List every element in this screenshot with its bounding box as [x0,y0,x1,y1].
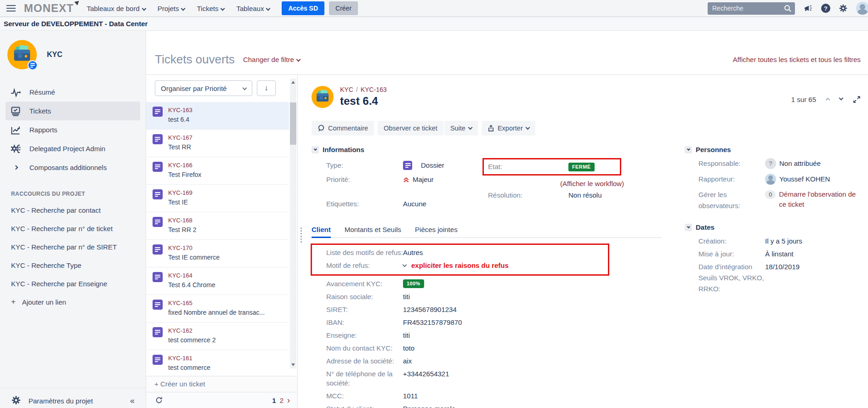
ticket-list: KYC-163 test 6.4 KYC-167 Test RR [146,102,289,376]
more-actions-button[interactable]: Suite [444,121,478,136]
watch-ticket-button[interactable]: Observer ce ticket [378,121,443,136]
project-shortcut-link[interactable]: KYC - Recherche par n° de ticket [0,219,146,238]
ticket-list-item[interactable]: KYC-170 Test IE commerce [146,240,289,267]
page-current[interactable]: 1 [272,397,276,404]
top-nav-item[interactable]: Tableaux de bord [87,5,146,12]
ticket-key[interactable]: KYC-165 [168,300,265,307]
field-enseigne: Enseigne: titi [326,331,685,340]
scrollbar-thumb[interactable] [290,102,296,145]
issue-type-icon [153,107,163,117]
gear-icon[interactable] [839,4,848,13]
issue-avatar [312,86,334,108]
tab-pieces-jointes[interactable]: Pièces jointes [415,223,458,237]
sidebar-item-resume[interactable]: Résumé [6,83,140,102]
field-type: Type: Dossier [326,158,488,172]
project-type-badge [28,60,38,70]
page-next[interactable]: 2 [280,397,284,404]
sidebar-item-delegated-admin[interactable]: Delegated Project Admin [6,139,140,158]
create-button[interactable]: Créer [329,1,358,15]
monext-logo[interactable]: MONEXT [24,2,74,15]
chevron-down-icon [468,125,472,130]
expand-icon[interactable] [853,96,861,103]
top-nav-item[interactable]: Tickets [197,5,224,12]
ticket-key[interactable]: KYC-167 [168,134,193,142]
chevron-down-icon[interactable] [403,261,406,270]
project-avatar[interactable] [7,40,37,69]
collapse-section-icon[interactable] [685,146,692,153]
ticket-list-item[interactable]: KYC-162 test commerce 2 [146,323,289,350]
breadcrumb-project-link[interactable]: KYC [340,86,353,93]
start-watching-link[interactable]: Démarre l'observation de ce ticket [779,189,861,210]
watchers-count-badge[interactable]: 0 [765,190,776,199]
refresh-icon[interactable] [155,397,163,404]
project-shortcut-link[interactable]: KYC - Recherche par Enseigne [0,274,146,293]
ticket-list-item[interactable]: KYC-168 Test RR 2 [146,212,289,240]
create-ticket-button[interactable]: + Créer un ticket [146,376,297,392]
ticket-list-panel: Organiser par Priorité ↓ KYC-163 test 6.… [146,75,298,408]
add-link-button[interactable]: + Ajouter un lien [0,293,146,311]
previous-ticket-icon[interactable] [826,96,829,103]
ticket-list-item[interactable]: KYC-163 test 6.4 [146,102,289,130]
ticket-key[interactable]: KYC-170 [168,244,220,252]
issue-type-icon [153,189,163,199]
field-mcc: MCC: 1011 [326,391,685,401]
ticket-key[interactable]: KYC-162 [168,327,216,334]
field-resolution: Résolution: Non résolu [488,189,624,201]
project-shortcut-link[interactable]: KYC - Recherche Type [0,256,146,274]
ticket-list-item[interactable]: KYC-161 test commerce [146,350,289,376]
issue-type-icon [153,217,163,227]
user-avatar[interactable] [856,2,868,15]
ticket-list-item[interactable]: KYC-169 Test IE [146,185,289,212]
sort-select[interactable]: Organiser par Priorité [155,80,252,96]
dates-section-header: Dates [685,223,861,231]
ticket-list-item[interactable]: KYC-166 Test Firefox [146,157,289,185]
field-motif-refus: Motif de refus: expliciter les raisons d… [326,261,608,270]
collapse-section-icon[interactable] [685,224,692,231]
ticket-summary: Test RR [168,143,193,151]
ticket-list-item[interactable]: KYC-167 Test RR [146,130,289,157]
tickets-icon [10,106,21,117]
wallet-icon [312,86,334,108]
breadcrumb-ticket-link[interactable]: KYC-163 [361,86,387,93]
project-settings-button[interactable]: Paramètres du projet « [0,388,146,408]
comment-button[interactable]: Commentaire [312,121,374,136]
chevron-down-icon [525,125,530,130]
tab-montants-et-seuils[interactable]: Montants et Seuils [345,223,401,237]
top-nav-item[interactable]: Projets [158,5,185,12]
megaphone-icon[interactable] [803,4,813,13]
collapse-sidebar-icon[interactable]: « [130,396,135,406]
scroll-down-arrow[interactable] [291,363,295,366]
sidebar-item-rapports[interactable]: Rapports [6,120,140,139]
next-ticket-icon[interactable] [840,96,843,103]
export-button[interactable]: Exporter [482,121,535,136]
ticket-summary: test 6.4 [168,115,193,124]
ticket-key[interactable]: KYC-168 [168,217,196,224]
search-input[interactable]: Recherche [708,2,795,15]
collapse-section-icon[interactable] [312,146,319,153]
ticket-key[interactable]: KYC-166 [168,162,201,169]
ticket-key[interactable]: KYC-169 [168,189,193,197]
show-workflow-link[interactable]: (Afficher le workflow) [560,178,624,189]
ticket-list-item[interactable]: KYC-164 Test 6.4 Chrome [146,267,289,295]
project-shortcut-link[interactable]: KYC - Recherche par contact [0,201,146,219]
sidebar-item-composants[interactable]: Composants additionnels [6,158,140,177]
next-page-icon[interactable]: › [287,397,290,403]
ticket-key[interactable]: KYC-164 [168,272,216,279]
ticket-key[interactable]: KYC-163 [168,107,193,114]
help-icon[interactable]: ? [821,4,830,13]
sidebar-item-tickets[interactable]: Tickets [6,102,140,120]
acces-sd-button[interactable]: Accès SD [282,1,324,15]
change-filter-link[interactable]: Changer de filtre [243,56,300,63]
field-status: Etat: FERMÉ [488,161,616,172]
project-shortcut-link[interactable]: KYC - Recherche par n° de SIRET [0,238,146,256]
client-tab-content: Liste des motifs de refus: Autres Motif … [312,244,685,408]
ticket-key[interactable]: KYC-161 [168,355,210,362]
tab-client[interactable]: Client [312,223,331,237]
top-nav-item[interactable]: Tableaux [236,5,270,12]
scroll-up-arrow[interactable] [291,81,295,84]
sort-direction-button[interactable]: ↓ [257,80,276,96]
show-all-filters-link[interactable]: Afficher toutes les tickets et tous les … [733,56,861,63]
list-scrollbar[interactable] [290,79,296,368]
hamburger-menu-icon[interactable] [6,5,16,11]
ticket-list-item[interactable]: KYC-165 fixed Nombre annuel de transac..… [146,295,289,323]
